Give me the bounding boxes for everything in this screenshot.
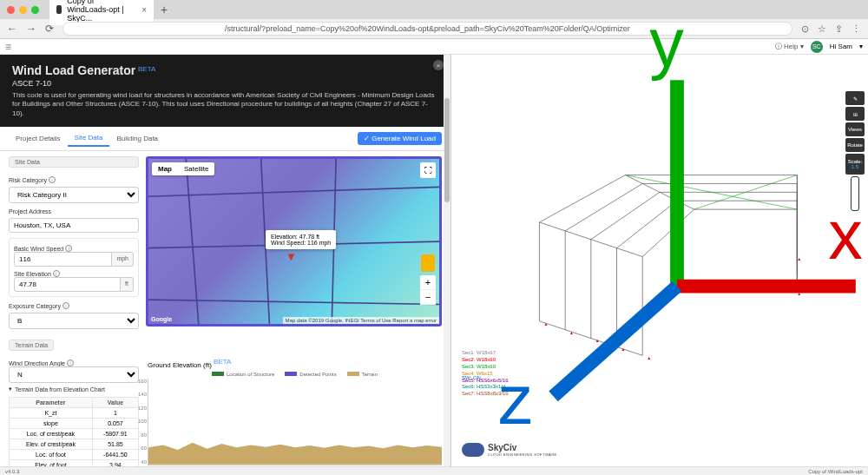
- site-elevation-label: Site Elevationi: [14, 270, 134, 277]
- tab-building-data[interactable]: Building Data: [109, 131, 165, 146]
- viewer-pane: ▲▲▲ ▲▲ ▲▲ ✎ ⊞ Views Rotate Scale:1.5 Sec…: [451, 55, 868, 467]
- svg-text:y: y: [649, 11, 684, 81]
- exposure-category-select[interactable]: B: [9, 313, 139, 329]
- panel-description: This code is used for generating wind lo…: [12, 91, 438, 118]
- svg-line-0: [148, 188, 439, 197]
- filename-label: Copy of WindLoads-opt: [808, 469, 863, 474]
- section-badge-site: Site Data: [9, 156, 139, 168]
- terrain-collapsible[interactable]: ▾ Terrain Data from Elevation Chart: [9, 383, 139, 395]
- svg-line-24: [554, 287, 678, 397]
- footer: v4.0.3 Copy of WindLoads-opt: [0, 466, 868, 475]
- wind-direction-select[interactable]: N: [9, 366, 139, 383]
- svg-text:x: x: [828, 196, 863, 274]
- tabs-row: Project Details Site Data Building Data …: [0, 127, 450, 151]
- left-pane: × Wind Load Generator BETA ASCE 7-10 Thi…: [0, 55, 451, 467]
- elevation-chart-title: Ground Elevation (ft) BETA: [148, 358, 442, 369]
- traffic-lights: [7, 6, 39, 14]
- site-form: Site Data Risk Categoryi Risk Category I…: [0, 151, 450, 334]
- chart-legend: Location of Structure Detected Points Te…: [148, 372, 442, 377]
- tab-project-details[interactable]: Project Details: [9, 131, 68, 146]
- scrollbar[interactable]: [444, 55, 450, 467]
- y-axis-ticks: 160140120100806040: [133, 379, 147, 465]
- info-icon[interactable]: i: [67, 360, 74, 366]
- hamburger-icon[interactable]: ≡: [5, 41, 11, 53]
- forward-button[interactable]: →: [26, 23, 36, 35]
- module-header: × Wind Load Generator BETA ASCE 7-10 Thi…: [0, 55, 450, 127]
- table-row: Loc. of crest/peak-5807.91: [10, 429, 139, 439]
- site-elevation-input[interactable]: [14, 277, 121, 292]
- table-row: K_zt1: [10, 408, 139, 419]
- beta-badge: BETA: [138, 65, 155, 73]
- map-tab-map[interactable]: Map: [152, 162, 178, 175]
- elevation-chart[interactable]: 160140120100806040: [148, 379, 442, 465]
- fullscreen-icon[interactable]: ⛶: [420, 162, 436, 178]
- map[interactable]: Map Satellite ⛶ Elevation: 47.78 ft Wind…: [146, 156, 442, 327]
- elevation-unit: ft: [121, 277, 134, 292]
- wind-unit: mph: [112, 252, 134, 267]
- info-icon[interactable]: i: [62, 302, 69, 309]
- reload-button[interactable]: ⟳: [45, 23, 54, 35]
- section-badge-terrain: Terrain Data: [9, 340, 54, 351]
- wind-direction-label: Wind Direction Anglei: [9, 360, 139, 366]
- terrain-area: [148, 440, 442, 465]
- info-icon[interactable]: i: [65, 245, 72, 252]
- generate-wind-load-button[interactable]: ✓ Generate Wind Load: [358, 132, 442, 145]
- main-split: × Wind Load Generator BETA ASCE 7-10 Thi…: [0, 55, 868, 467]
- svg-text:z: z: [498, 361, 533, 424]
- table-row: Loc. of foot-6441.50: [10, 450, 139, 460]
- map-tab-satellite[interactable]: Satellite: [178, 162, 214, 175]
- map-pin-icon[interactable]: ▼: [286, 250, 297, 263]
- close-window[interactable]: [7, 6, 15, 14]
- maximize-window[interactable]: [31, 6, 39, 14]
- risk-category-label: Risk Categoryi: [9, 176, 139, 183]
- tab-close[interactable]: ×: [141, 5, 147, 15]
- skyciv-logo: SkyCivCLOUD ENGINEERING SOFTWARE: [462, 443, 557, 457]
- zoom-in-button[interactable]: +: [420, 275, 436, 290]
- basic-wind-speed-label: Basic Wind Speedi: [14, 245, 134, 252]
- map-type-control: Map Satellite: [152, 162, 214, 175]
- back-button[interactable]: ←: [7, 23, 17, 35]
- 3d-viewer[interactable]: ▲▲▲ ▲▲ ▲▲ ✎ ⊞ Views Rotate Scale:1.5 Sec…: [451, 55, 868, 467]
- close-icon[interactable]: ×: [433, 60, 444, 70]
- terrain-section: Terrain Data Wind Direction Anglei N ▾ T…: [0, 334, 450, 467]
- map-attribution[interactable]: Map data ©2019 Google, INEGI Terms of Us…: [283, 317, 439, 324]
- project-address-input[interactable]: [9, 218, 139, 233]
- map-tooltip: Elevation: 47.78 ft Wind Speed: 116 mph: [266, 230, 336, 249]
- panel-title: Wind Load Generator: [12, 63, 135, 77]
- project-address-label: Project Address: [9, 208, 139, 214]
- terrain-table: ParameterValue K_zt1slope0.057Loc. of cr…: [9, 397, 139, 467]
- svg-line-2: [186, 159, 200, 327]
- exposure-category-label: Exposure Categoryi: [9, 302, 139, 309]
- favicon: [56, 5, 62, 14]
- basic-wind-speed-input[interactable]: [14, 252, 112, 267]
- table-row: Elev. of crest/peak51.85: [10, 439, 139, 450]
- panel-subtitle: ASCE 7-10: [12, 79, 438, 88]
- info-icon[interactable]: i: [53, 270, 60, 277]
- risk-category-select[interactable]: Risk Category II: [9, 187, 139, 203]
- tab-site-data[interactable]: Site Data: [68, 130, 110, 147]
- google-logo: Google: [151, 316, 172, 322]
- table-row: slope0.057: [10, 419, 139, 429]
- version-label: v4.0.3: [5, 469, 19, 474]
- new-tab-button[interactable]: +: [161, 3, 168, 16]
- tab-title: Copy of WindLoads-opt | SkyC...: [67, 0, 136, 23]
- zoom-out-button[interactable]: −: [420, 290, 436, 305]
- info-icon[interactable]: i: [49, 176, 56, 183]
- axes-gizmo: y x z: [469, 11, 868, 424]
- zoom-control: + −: [420, 275, 436, 305]
- minimize-window[interactable]: [19, 6, 27, 14]
- pegman-icon[interactable]: [421, 254, 435, 272]
- svg-line-5: [148, 300, 439, 304]
